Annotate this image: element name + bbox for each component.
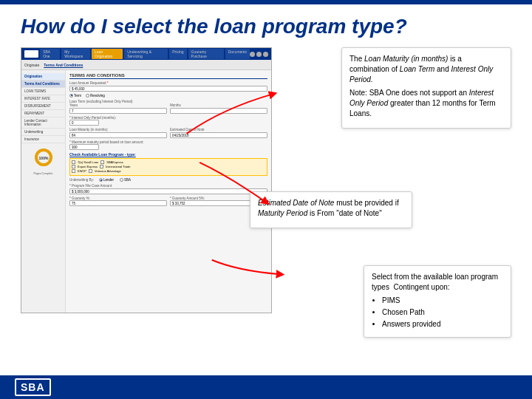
program-file-label: * Program File Case Amount: xyxy=(69,184,267,188)
sidebar-underwriting[interactable]: Underwriting xyxy=(21,129,65,136)
loan-type-intl: International Trade xyxy=(106,165,130,168)
topbar-tabs: SBA One My Workspace Loan Origination Un… xyxy=(40,49,250,59)
maturity-date-row: Loan Maturity (in months): 84 Estimated … xyxy=(69,128,267,138)
loan-type-ewcp: EWCP xyxy=(78,169,86,173)
settings-icon xyxy=(263,52,268,57)
max-maturity-input[interactable]: 300 xyxy=(69,144,99,150)
user-icon xyxy=(256,52,262,57)
callout-top: The Loan Maturity (in months) is a combi… xyxy=(341,47,511,129)
interest-only-input[interactable]: 0 xyxy=(69,120,99,126)
radio-sba[interactable]: SBA xyxy=(120,178,131,182)
maturity-label: Loan Maturity (in months): xyxy=(69,128,167,132)
tab-loanorigination[interactable]: Loan Origination xyxy=(92,49,123,59)
loan-type-row-1: 7(a) Small Loan SBAExpress xyxy=(72,160,265,164)
interest-only-label: * Interest Only Period (months): xyxy=(69,116,267,120)
app-form-main: TERMS AND CONDITIONS Loan Amount Request… xyxy=(66,70,271,313)
checkbox-sbaexpress[interactable] xyxy=(100,160,104,164)
radio-lender-circle xyxy=(99,178,103,182)
loan-program-link[interactable]: Check Available Loan Program - type: xyxy=(69,152,267,157)
guaranty-pct-col: * Guaranty %: 75 xyxy=(69,197,167,207)
callout-bottom-list: PIMS Chosen Path Answers provided xyxy=(382,296,503,330)
date-note-col: Estimated Date of Note 04/23/2018 xyxy=(170,128,267,138)
sidebar-terms[interactable]: Terms And Conditions xyxy=(21,81,65,88)
radio-sba-label: SBA xyxy=(124,178,131,182)
nav-originate[interactable]: Originate xyxy=(24,63,39,67)
sidebar-lender-contact[interactable]: Lender Contact Information xyxy=(21,117,65,129)
tab-myworkspace[interactable]: My Workspace xyxy=(61,49,90,59)
callout-item-chosen-path: Chosen Path xyxy=(382,307,503,318)
maturity-col: Loan Maturity (in months): 84 xyxy=(69,128,167,138)
program-file-group: * Program File Case Amount: $ 3,000,000 xyxy=(69,184,267,194)
app-navbar: Originate Terms And Conditions xyxy=(21,60,271,70)
sidebar-repayment[interactable]: REPAYMENT xyxy=(21,110,65,117)
radio-revolving-circle xyxy=(86,94,89,98)
progress-donut: 100% xyxy=(33,146,55,168)
term-radio-group: Term Revolving xyxy=(69,94,267,98)
program-file-input[interactable]: $ 3,000,000 xyxy=(69,188,267,194)
sidebar-interest-rate[interactable]: INTEREST RATE xyxy=(21,95,65,103)
callout-item-pims: PIMS xyxy=(382,296,503,306)
months-input[interactable] xyxy=(170,108,267,114)
max-maturity-group: * Maximum maturity period based on loan … xyxy=(69,140,267,151)
term-type-group: Term Revolving xyxy=(69,94,267,98)
loan-type-row-2: Export Express International Trade xyxy=(72,165,265,168)
tab-documents[interactable]: Documents xyxy=(225,49,250,59)
years-label: Years xyxy=(69,103,167,107)
guaranty-pct-input[interactable]: 75 xyxy=(69,200,167,206)
topbar-icons xyxy=(250,52,268,57)
callout-top-text1: The Loan Maturity (in months) is a combi… xyxy=(349,54,503,85)
sidebar-insurance[interactable]: Insurance xyxy=(21,136,65,143)
radio-lender[interactable]: Lender xyxy=(99,178,114,182)
underwriting-label: Underwriting By: xyxy=(69,178,94,182)
app-topbar: SBA One My Workspace Loan Origination Un… xyxy=(21,48,271,60)
guaranty-pct-label: * Guaranty %: xyxy=(69,197,167,200)
interest-only-group: * Interest Only Period (months): 0 xyxy=(69,116,267,126)
callout-bottom: Select from the available loan program t… xyxy=(364,265,511,338)
date-note-label: Estimated Date of Note xyxy=(170,128,267,132)
radio-term-label: Term xyxy=(74,94,81,98)
loan-type-export: Export Express xyxy=(78,165,98,168)
date-note-input[interactable]: 04/23/2018 xyxy=(170,132,267,138)
nav-terms[interactable]: Terms And Conditions xyxy=(44,63,83,67)
callout-top-text2: Note: SBA One does not support an Intere… xyxy=(349,88,503,119)
sidebar-origination[interactable]: Origination xyxy=(21,73,65,81)
sba-logo-topbar xyxy=(24,50,38,58)
radio-lender-label: Lender xyxy=(103,178,114,182)
guaranty-row: * Guaranty %: 75 * Guaranty Amount 5%: $… xyxy=(69,197,267,207)
section-title: TERMS AND CONDITIONS xyxy=(69,73,267,79)
checkbox-intl[interactable] xyxy=(100,165,103,168)
loan-amount-input[interactable]: $ 45,000 xyxy=(69,86,267,92)
sidebar-disbursement[interactable]: DISBURSEMENT xyxy=(21,103,65,110)
sidebar-loan-terms[interactable]: LOAN TERMS xyxy=(21,88,65,95)
years-input[interactable]: 7 xyxy=(69,108,167,114)
checkbox-export[interactable] xyxy=(72,165,75,168)
page-title: How do I select the loan program type? xyxy=(21,15,511,38)
checkbox-7a[interactable] xyxy=(72,160,75,164)
loan-type-row-3: EWCP Veterans Advantage xyxy=(72,169,265,173)
callout-bottom-intro: Select from the available loan program t… xyxy=(372,272,503,293)
bottom-bar: SBA xyxy=(0,375,532,399)
loan-amount-group: Loan Amount Requested * $ 45,000 xyxy=(69,81,267,92)
radio-term[interactable]: Term xyxy=(69,94,81,98)
maturity-input[interactable]: 84 xyxy=(69,132,167,138)
tab-guaranty[interactable]: Guaranty Purchase xyxy=(188,49,224,59)
radio-term-circle xyxy=(69,94,73,98)
app-body: Origination Terms And Conditions LOAN TE… xyxy=(21,70,271,313)
underwriting-row: Underwriting By: Lender SBA xyxy=(69,178,267,182)
loan-term-label: Loan Term (excluding Interest Only Perio… xyxy=(69,100,267,103)
years-col: Years 7 xyxy=(69,103,167,114)
tab-underwriting[interactable]: Underwriting & Servicing xyxy=(124,49,168,59)
checkbox-ewcp[interactable] xyxy=(72,169,75,173)
search-icon xyxy=(250,52,255,57)
sba-logo-bottom: SBA xyxy=(15,378,51,396)
loan-type-veterans: Veterans Advantage xyxy=(95,169,121,173)
loan-type-7a: 7(a) Small Loan xyxy=(78,160,98,164)
app-sidebar: Origination Terms And Conditions LOAN TE… xyxy=(21,70,66,313)
months-label: Months xyxy=(170,103,267,107)
radio-revolving[interactable]: Revolving xyxy=(86,94,105,98)
tab-sbaone[interactable]: SBA One xyxy=(40,49,60,59)
checkbox-veterans[interactable] xyxy=(89,169,92,173)
tab-pricing[interactable]: Pricing xyxy=(169,49,186,59)
loan-program-section: Check Available Loan Program - type: 7(a… xyxy=(69,152,267,176)
loan-term-group: Loan Term (excluding Interest Only Perio… xyxy=(69,100,267,114)
